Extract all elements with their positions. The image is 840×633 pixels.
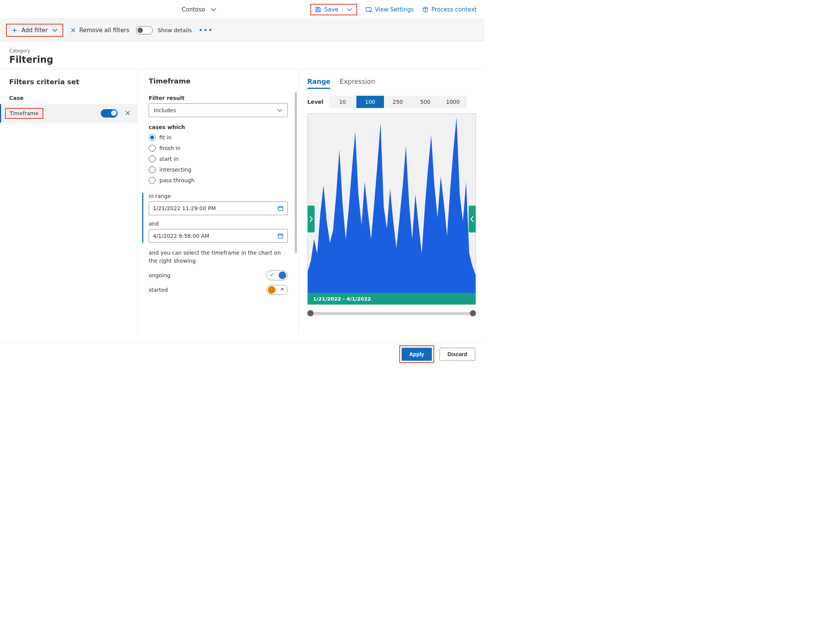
ongoing-toggle[interactable] [266, 270, 288, 280]
apply-highlight: Apply [399, 345, 434, 363]
tab-range[interactable]: Range [307, 78, 330, 89]
chart-range-text: 1/21/2022 - 4/1/2022 [313, 296, 371, 302]
org-dropdown[interactable]: Contoso [182, 6, 217, 13]
apply-button[interactable]: Apply [402, 348, 432, 361]
and-label: and [149, 221, 288, 227]
level-opt-500[interactable]: 500 [412, 96, 439, 108]
range-slider[interactable] [307, 310, 476, 316]
filter-detail-title: Timeframe [149, 77, 288, 85]
radio-label: finish in [159, 145, 180, 151]
level-row: Level 10 100 250 500 1000 [307, 96, 476, 108]
date-to-value: 4/1/2022 9:58:00 AM [153, 233, 209, 239]
category-header: Category Filtering [0, 41, 484, 69]
chevron-down-icon [52, 27, 58, 33]
radio-label: start in [159, 156, 179, 162]
filter-item-chip: Timeframe [5, 108, 43, 119]
view-settings-button[interactable]: View Settings [366, 6, 414, 13]
remove-all-filters-button[interactable]: Remove all filters [70, 27, 130, 34]
date-to-input[interactable]: 4/1/2022 9:58:00 AM [149, 229, 288, 243]
main-content: Filters criteria set Case Timeframe Time… [0, 69, 484, 335]
chevron-left-icon [469, 206, 476, 232]
chart-area[interactable] [308, 114, 476, 293]
save-label: Save [324, 6, 338, 13]
top-bar: Contoso Save View Settings Process conte… [0, 0, 484, 19]
chart-tabs: Range Expression [307, 78, 476, 89]
save-icon [315, 7, 321, 13]
radio-pass-through[interactable]: pass through [149, 177, 288, 184]
org-name: Contoso [182, 6, 205, 13]
category-title: Filtering [9, 54, 475, 65]
filter-enable-toggle[interactable] [101, 109, 118, 118]
radio-finish-in[interactable]: finish in [149, 145, 288, 152]
slider-thumb-right[interactable] [470, 310, 476, 316]
radio-start-in[interactable]: start in [149, 155, 288, 162]
save-separator [342, 6, 343, 13]
svg-rect-3 [278, 234, 283, 238]
in-range-label: in range [149, 193, 288, 199]
level-label: Level [307, 99, 323, 105]
level-opt-10[interactable]: 10 [329, 96, 356, 108]
filter-result-label: Filter result [149, 95, 288, 101]
discard-button[interactable]: Discard [440, 348, 475, 361]
category-label: Category [9, 48, 475, 54]
filter-toolbar: Add filter Remove all filters Show detai… [0, 19, 484, 41]
plus-icon [11, 27, 18, 33]
calendar-icon [277, 205, 284, 211]
filter-result-select[interactable]: Includes [149, 103, 288, 117]
radio-label: intersecting [159, 167, 191, 173]
chevron-down-icon [277, 107, 283, 113]
chevron-right-icon [308, 206, 315, 232]
tab-expression[interactable]: Expression [340, 78, 375, 89]
save-chevron-icon[interactable] [346, 7, 353, 13]
date-range-block: in range 1/21/2022 11:29:00 PM and 4/1/2… [142, 193, 288, 243]
process-context-label: Process context [431, 6, 477, 13]
filters-criteria-panel: Filters criteria set Case Timeframe [0, 69, 138, 335]
range-handle-left[interactable] [308, 206, 315, 232]
chart-helper-text: and you can select the timeframe in the … [149, 249, 288, 265]
svg-point-1 [369, 10, 371, 11]
filter-item-row[interactable]: Timeframe [0, 104, 138, 123]
chart-container: 1/21/2022 - 4/1/2022 [307, 113, 476, 305]
chart-panel: Range Expression Level 10 100 250 500 10… [299, 69, 484, 335]
save-button-group: Save [310, 4, 357, 15]
level-segmented: 10 100 250 500 1000 [329, 96, 467, 108]
save-button[interactable]: Save [315, 6, 338, 13]
filter-remove-button[interactable] [125, 110, 131, 118]
ongoing-label: ongoing [149, 272, 171, 278]
show-details-toggle[interactable] [136, 26, 153, 34]
add-filter-button[interactable]: Add filter [6, 24, 63, 37]
started-toggle[interactable] [266, 285, 288, 295]
process-context-button[interactable]: Process context [422, 6, 477, 13]
radio-fit-in[interactable]: fit in [149, 134, 288, 141]
level-opt-250[interactable]: 250 [384, 96, 412, 108]
slider-thumb-left[interactable] [307, 310, 313, 316]
range-handle-right[interactable] [469, 206, 476, 232]
chevron-down-icon [210, 7, 217, 13]
show-details-label: Show details [158, 27, 192, 33]
topbar-right: Save View Settings Process context [310, 4, 477, 15]
overflow-menu-button[interactable]: ••• [199, 26, 213, 34]
chart-footer: 1/21/2022 - 4/1/2022 [308, 293, 476, 304]
view-settings-label: View Settings [375, 6, 414, 13]
radio-intersecting[interactable]: intersecting [149, 166, 288, 173]
started-label: started [149, 287, 168, 293]
level-opt-100[interactable]: 100 [356, 96, 384, 108]
cases-which-label: cases which [149, 124, 288, 130]
close-icon [70, 27, 76, 33]
cube-icon [422, 7, 428, 13]
started-row: started [149, 285, 288, 295]
ongoing-row: ongoing [149, 270, 288, 280]
date-from-input[interactable]: 1/21/2022 11:29:00 PM [149, 201, 288, 215]
filter-group-label: Case [9, 95, 138, 101]
footer-bar: Apply Discard [0, 342, 484, 365]
add-filter-label: Add filter [21, 27, 48, 34]
date-from-value: 1/21/2022 11:29:00 PM [153, 205, 216, 211]
slider-track [307, 312, 476, 315]
panel-scrollbar[interactable] [295, 92, 297, 253]
radio-label: pass through [159, 177, 195, 183]
cases-which-radios: fit in finish in start in intersecting p… [149, 134, 288, 184]
level-opt-1000[interactable]: 1000 [439, 96, 467, 108]
filter-result-value: Includes [154, 107, 176, 113]
view-settings-icon [366, 7, 372, 13]
calendar-icon [277, 233, 284, 239]
